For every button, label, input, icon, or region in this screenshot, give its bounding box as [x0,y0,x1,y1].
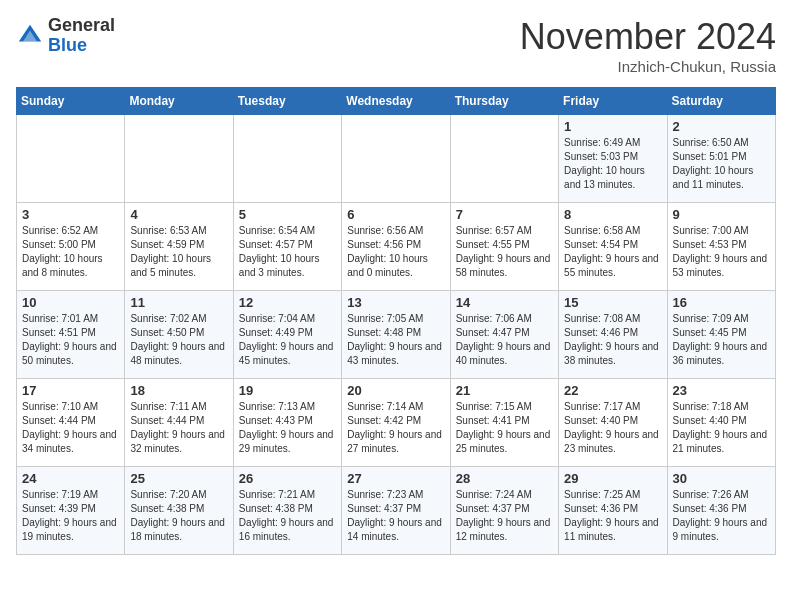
calendar-week-row: 10Sunrise: 7:01 AM Sunset: 4:51 PM Dayli… [17,291,776,379]
day-number: 2 [673,119,770,134]
calendar-cell: 21Sunrise: 7:15 AM Sunset: 4:41 PM Dayli… [450,379,558,467]
day-info: Sunrise: 7:20 AM Sunset: 4:38 PM Dayligh… [130,488,227,544]
day-number: 8 [564,207,661,222]
day-info: Sunrise: 7:06 AM Sunset: 4:47 PM Dayligh… [456,312,553,368]
calendar-cell: 28Sunrise: 7:24 AM Sunset: 4:37 PM Dayli… [450,467,558,555]
calendar-cell: 29Sunrise: 7:25 AM Sunset: 4:36 PM Dayli… [559,467,667,555]
calendar-cell: 9Sunrise: 7:00 AM Sunset: 4:53 PM Daylig… [667,203,775,291]
day-info: Sunrise: 7:24 AM Sunset: 4:37 PM Dayligh… [456,488,553,544]
calendar-week-row: 17Sunrise: 7:10 AM Sunset: 4:44 PM Dayli… [17,379,776,467]
calendar-cell: 18Sunrise: 7:11 AM Sunset: 4:44 PM Dayli… [125,379,233,467]
logo-general: General [48,15,115,35]
page-header: General Blue November 2024 Inzhich-Chuku… [16,16,776,75]
day-number: 1 [564,119,661,134]
day-number: 6 [347,207,444,222]
calendar-cell: 26Sunrise: 7:21 AM Sunset: 4:38 PM Dayli… [233,467,341,555]
calendar-cell: 27Sunrise: 7:23 AM Sunset: 4:37 PM Dayli… [342,467,450,555]
day-info: Sunrise: 6:52 AM Sunset: 5:00 PM Dayligh… [22,224,119,280]
day-number: 18 [130,383,227,398]
logo-text: General Blue [48,16,115,56]
day-info: Sunrise: 6:54 AM Sunset: 4:57 PM Dayligh… [239,224,336,280]
calendar-cell: 4Sunrise: 6:53 AM Sunset: 4:59 PM Daylig… [125,203,233,291]
calendar-cell: 10Sunrise: 7:01 AM Sunset: 4:51 PM Dayli… [17,291,125,379]
day-info: Sunrise: 6:58 AM Sunset: 4:54 PM Dayligh… [564,224,661,280]
day-info: Sunrise: 7:25 AM Sunset: 4:36 PM Dayligh… [564,488,661,544]
calendar-cell: 5Sunrise: 6:54 AM Sunset: 4:57 PM Daylig… [233,203,341,291]
calendar-cell: 30Sunrise: 7:26 AM Sunset: 4:36 PM Dayli… [667,467,775,555]
day-of-week-header: Wednesday [342,88,450,115]
day-info: Sunrise: 6:57 AM Sunset: 4:55 PM Dayligh… [456,224,553,280]
day-of-week-header: Thursday [450,88,558,115]
day-number: 27 [347,471,444,486]
day-info: Sunrise: 7:01 AM Sunset: 4:51 PM Dayligh… [22,312,119,368]
day-info: Sunrise: 7:11 AM Sunset: 4:44 PM Dayligh… [130,400,227,456]
day-number: 16 [673,295,770,310]
calendar-cell: 25Sunrise: 7:20 AM Sunset: 4:38 PM Dayli… [125,467,233,555]
day-info: Sunrise: 7:19 AM Sunset: 4:39 PM Dayligh… [22,488,119,544]
calendar-cell: 15Sunrise: 7:08 AM Sunset: 4:46 PM Dayli… [559,291,667,379]
day-info: Sunrise: 7:09 AM Sunset: 4:45 PM Dayligh… [673,312,770,368]
calendar-cell: 17Sunrise: 7:10 AM Sunset: 4:44 PM Dayli… [17,379,125,467]
calendar-cell [125,115,233,203]
day-number: 7 [456,207,553,222]
calendar-cell: 19Sunrise: 7:13 AM Sunset: 4:43 PM Dayli… [233,379,341,467]
day-of-week-header: Saturday [667,88,775,115]
day-info: Sunrise: 7:10 AM Sunset: 4:44 PM Dayligh… [22,400,119,456]
calendar-week-row: 1Sunrise: 6:49 AM Sunset: 5:03 PM Daylig… [17,115,776,203]
day-number: 3 [22,207,119,222]
day-info: Sunrise: 7:13 AM Sunset: 4:43 PM Dayligh… [239,400,336,456]
day-info: Sunrise: 7:05 AM Sunset: 4:48 PM Dayligh… [347,312,444,368]
calendar-cell: 7Sunrise: 6:57 AM Sunset: 4:55 PM Daylig… [450,203,558,291]
day-info: Sunrise: 7:23 AM Sunset: 4:37 PM Dayligh… [347,488,444,544]
day-number: 15 [564,295,661,310]
calendar-cell: 13Sunrise: 7:05 AM Sunset: 4:48 PM Dayli… [342,291,450,379]
day-info: Sunrise: 7:14 AM Sunset: 4:42 PM Dayligh… [347,400,444,456]
day-number: 25 [130,471,227,486]
logo-icon [16,22,44,50]
day-number: 12 [239,295,336,310]
day-number: 13 [347,295,444,310]
calendar-cell: 11Sunrise: 7:02 AM Sunset: 4:50 PM Dayli… [125,291,233,379]
calendar-cell [342,115,450,203]
title-block: November 2024 Inzhich-Chukun, Russia [520,16,776,75]
day-number: 20 [347,383,444,398]
day-number: 26 [239,471,336,486]
calendar-cell: 2Sunrise: 6:50 AM Sunset: 5:01 PM Daylig… [667,115,775,203]
day-number: 24 [22,471,119,486]
day-number: 17 [22,383,119,398]
day-number: 30 [673,471,770,486]
logo-blue: Blue [48,35,87,55]
calendar-cell: 22Sunrise: 7:17 AM Sunset: 4:40 PM Dayli… [559,379,667,467]
calendar-cell: 8Sunrise: 6:58 AM Sunset: 4:54 PM Daylig… [559,203,667,291]
day-number: 5 [239,207,336,222]
day-info: Sunrise: 7:08 AM Sunset: 4:46 PM Dayligh… [564,312,661,368]
day-info: Sunrise: 7:02 AM Sunset: 4:50 PM Dayligh… [130,312,227,368]
month-title: November 2024 [520,16,776,58]
day-info: Sunrise: 7:26 AM Sunset: 4:36 PM Dayligh… [673,488,770,544]
calendar-cell [17,115,125,203]
calendar-cell: 23Sunrise: 7:18 AM Sunset: 4:40 PM Dayli… [667,379,775,467]
day-info: Sunrise: 7:04 AM Sunset: 4:49 PM Dayligh… [239,312,336,368]
day-number: 28 [456,471,553,486]
day-info: Sunrise: 7:21 AM Sunset: 4:38 PM Dayligh… [239,488,336,544]
day-number: 21 [456,383,553,398]
calendar-cell: 14Sunrise: 7:06 AM Sunset: 4:47 PM Dayli… [450,291,558,379]
day-info: Sunrise: 6:56 AM Sunset: 4:56 PM Dayligh… [347,224,444,280]
day-info: Sunrise: 6:53 AM Sunset: 4:59 PM Dayligh… [130,224,227,280]
day-number: 29 [564,471,661,486]
calendar-cell: 12Sunrise: 7:04 AM Sunset: 4:49 PM Dayli… [233,291,341,379]
day-number: 14 [456,295,553,310]
day-number: 22 [564,383,661,398]
day-info: Sunrise: 7:15 AM Sunset: 4:41 PM Dayligh… [456,400,553,456]
calendar-week-row: 24Sunrise: 7:19 AM Sunset: 4:39 PM Dayli… [17,467,776,555]
day-number: 4 [130,207,227,222]
day-of-week-header: Sunday [17,88,125,115]
calendar-cell [450,115,558,203]
calendar-cell [233,115,341,203]
day-info: Sunrise: 7:00 AM Sunset: 4:53 PM Dayligh… [673,224,770,280]
day-info: Sunrise: 7:18 AM Sunset: 4:40 PM Dayligh… [673,400,770,456]
calendar-week-row: 3Sunrise: 6:52 AM Sunset: 5:00 PM Daylig… [17,203,776,291]
logo: General Blue [16,16,115,56]
calendar-cell: 20Sunrise: 7:14 AM Sunset: 4:42 PM Dayli… [342,379,450,467]
day-number: 9 [673,207,770,222]
